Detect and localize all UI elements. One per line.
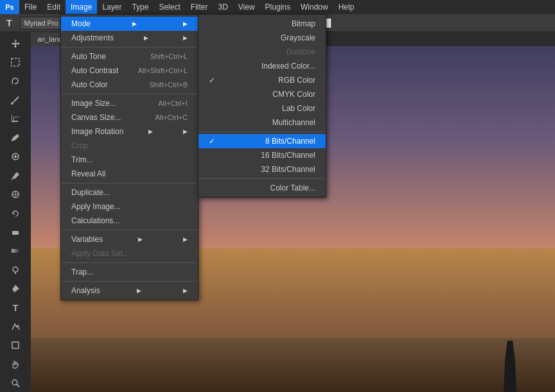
menu-window[interactable]: Window bbox=[295, 0, 333, 14]
crop-tool[interactable] bbox=[5, 110, 26, 128]
menu-view[interactable]: View bbox=[233, 0, 260, 14]
path-tool[interactable] bbox=[5, 318, 26, 335]
hand-tool[interactable] bbox=[5, 355, 26, 373]
mode-menu-item[interactable]: Mode ▶ bbox=[61, 17, 198, 31]
variables-arrow: ▶ bbox=[138, 236, 143, 243]
eraser-tool[interactable] bbox=[5, 223, 26, 241]
cmyk-check bbox=[209, 90, 218, 99]
menu-file[interactable]: File bbox=[19, 0, 42, 14]
move-tool[interactable] bbox=[5, 35, 26, 52]
grayscale-check bbox=[209, 33, 218, 42]
type-tool-icon: T bbox=[3, 18, 16, 28]
menu-filter[interactable]: Filter bbox=[186, 0, 213, 14]
image-size-label: Image Size... bbox=[71, 99, 116, 108]
rgb-color-item[interactable]: ✓ RGB Color bbox=[198, 73, 326, 87]
16bit-item[interactable]: 16 Bits/Channel bbox=[198, 148, 326, 162]
canvas-size-label: Canvas Size... bbox=[71, 113, 121, 122]
mode-divider-2 bbox=[198, 178, 326, 179]
image-rotation-item[interactable]: Image Rotation ▶ bbox=[61, 124, 198, 139]
ps-logo: Ps bbox=[0, 0, 19, 14]
svg-line-16 bbox=[17, 384, 19, 387]
svg-point-6 bbox=[12, 178, 13, 180]
adjustments-menu-item[interactable]: Adjustments ▶ bbox=[61, 31, 198, 45]
bitmap-label: Bitmap bbox=[292, 19, 315, 28]
zoom-tool[interactable] bbox=[5, 375, 26, 392]
reveal-all-item[interactable]: Reveal All bbox=[61, 167, 198, 181]
32bit-check bbox=[209, 165, 218, 174]
healing-tool[interactable] bbox=[5, 148, 26, 166]
auto-contrast-item[interactable]: Auto Contrast Alt+Shift+Ctrl+L bbox=[61, 64, 198, 78]
8bit-label: 8 Bits/Channel bbox=[265, 137, 315, 146]
image-dropdown-menu: Mode ▶ Adjustments ▶ Auto Tone Shift+Ctr… bbox=[60, 14, 198, 300]
apply-data-set-item[interactable]: Apply Data Set... bbox=[61, 246, 198, 260]
svg-point-12 bbox=[13, 267, 18, 272]
image-size-item[interactable]: Image Size... Alt+Ctrl+I bbox=[61, 96, 198, 110]
multichannel-item[interactable]: Multichannel bbox=[198, 115, 326, 130]
crop-item[interactable]: Crop bbox=[61, 139, 198, 153]
menu-3d[interactable]: 3D bbox=[213, 0, 233, 14]
duplicate-item[interactable]: Duplicate... bbox=[61, 185, 198, 200]
divider-5 bbox=[61, 262, 198, 263]
magic-wand-tool[interactable] bbox=[5, 91, 26, 108]
duplicate-label: Duplicate... bbox=[71, 188, 110, 197]
pen-tool[interactable] bbox=[5, 280, 26, 297]
type-tool[interactable]: T bbox=[5, 299, 26, 316]
color-table-item[interactable]: Color Table... bbox=[198, 181, 326, 195]
menu-image[interactable]: Image bbox=[66, 0, 97, 14]
calculations-label: Calculations... bbox=[71, 216, 119, 225]
indexed-color-item[interactable]: Indexed Color... bbox=[198, 59, 326, 73]
indexed-color-label: Indexed Color... bbox=[261, 62, 315, 71]
color-table-check bbox=[209, 183, 218, 192]
apply-image-item[interactable]: Apply Image... bbox=[61, 200, 198, 214]
svg-rect-14 bbox=[12, 342, 19, 348]
bitmap-item[interactable]: Bitmap bbox=[198, 17, 326, 31]
divider-6 bbox=[61, 281, 198, 282]
menu-type[interactable]: Type bbox=[127, 0, 154, 14]
variables-item[interactable]: Variables ▶ bbox=[61, 232, 198, 246]
gradient-tool[interactable] bbox=[5, 243, 26, 260]
divider-4 bbox=[61, 230, 198, 230]
rgb-color-label: RGB Color bbox=[278, 76, 315, 85]
clone-tool[interactable] bbox=[5, 185, 26, 203]
apply-data-set-label: Apply Data Set... bbox=[71, 249, 129, 258]
menu-select[interactable]: Select bbox=[154, 0, 185, 14]
lab-color-item[interactable]: Lab Color bbox=[198, 101, 326, 115]
shape-tool[interactable] bbox=[5, 337, 26, 354]
8bit-item[interactable]: ✓ 8 Bits/Channel bbox=[198, 134, 326, 148]
adjustments-label: Adjustments bbox=[71, 33, 114, 42]
image-rotation-arrow: ▶ bbox=[148, 128, 153, 135]
bitmap-check bbox=[209, 19, 218, 28]
marquee-tool[interactable] bbox=[5, 53, 26, 71]
lasso-tool[interactable] bbox=[5, 72, 26, 90]
cmyk-color-item[interactable]: CMYK Color bbox=[198, 87, 326, 101]
menu-edit[interactable]: Edit bbox=[42, 0, 66, 14]
history-tool[interactable] bbox=[5, 205, 26, 222]
indexed-check bbox=[209, 62, 218, 71]
grayscale-item[interactable]: Grayscale bbox=[198, 31, 326, 45]
32bit-item[interactable]: 32 Bits/Channel bbox=[198, 162, 326, 176]
lab-check bbox=[209, 104, 218, 113]
16bit-label: 16 Bits/Channel bbox=[261, 151, 315, 160]
duotone-item[interactable]: Duotone bbox=[198, 45, 326, 59]
divider-1 bbox=[61, 47, 198, 47]
calculations-item[interactable]: Calculations... bbox=[61, 214, 198, 228]
canvas-size-item[interactable]: Canvas Size... Alt+Ctrl+C bbox=[61, 110, 198, 124]
menu-help[interactable]: Help bbox=[333, 0, 360, 14]
adjustments-arrow: ▶ bbox=[144, 35, 148, 41]
tab-filename: an_land bbox=[37, 35, 62, 43]
menu-layer[interactable]: Layer bbox=[97, 0, 127, 14]
auto-color-item[interactable]: Auto Color Shift+Ctrl+B bbox=[61, 78, 198, 92]
brush-tool[interactable] bbox=[5, 167, 26, 184]
analysis-item[interactable]: Analysis ▶ bbox=[61, 284, 198, 298]
menu-plugins[interactable]: Plugins bbox=[260, 0, 295, 14]
trim-item[interactable]: Trim... bbox=[61, 153, 198, 167]
svg-rect-0 bbox=[12, 58, 19, 66]
multichannel-label: Multichannel bbox=[272, 118, 315, 127]
divider-3 bbox=[61, 183, 198, 183]
trap-item[interactable]: Trap... bbox=[61, 265, 198, 279]
eyedropper-tool[interactable] bbox=[5, 129, 26, 146]
duotone-check bbox=[209, 47, 218, 56]
auto-tone-item[interactable]: Auto Tone Shift+Ctrl+L bbox=[61, 49, 198, 64]
dodge-tool[interactable] bbox=[5, 261, 26, 278]
svg-rect-10 bbox=[12, 231, 19, 235]
